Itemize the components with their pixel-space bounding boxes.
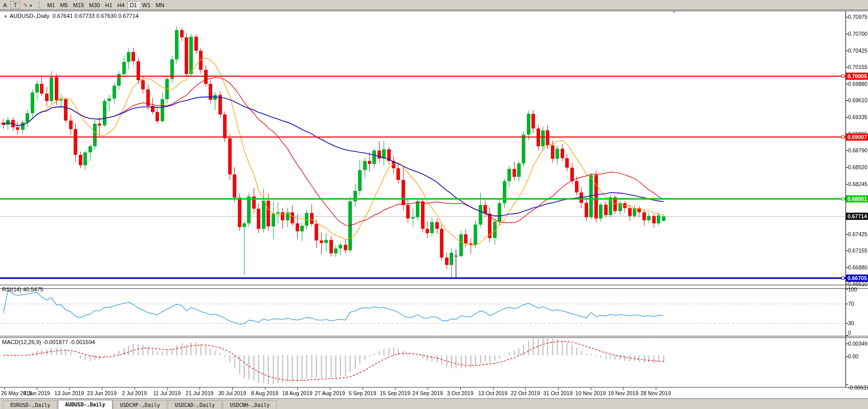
rsi-axis-label: 0 [848, 330, 851, 336]
macd-axis-label: -0.00637 [848, 384, 868, 391]
text-tool-button[interactable]: T [10, 1, 20, 9]
price-axis-label: 0.70700 [848, 31, 867, 37]
date-axis-label: 23 Jun 2019 [87, 390, 117, 396]
symbol-tab-bar: EURUSD-,DailyAUDUSD-,DailyUSDCHF-,DailyU… [0, 398, 868, 409]
macd-axis-label: 0.00349 [848, 340, 867, 347]
timeframe-button-m15[interactable]: M15 [71, 1, 86, 9]
macd-axis-label: 0.00 [848, 353, 858, 359]
support-1-price-tag[interactable]: 0.68001 [846, 195, 868, 202]
symbol-tab-eurusd[interactable]: EURUSD-,Daily [3, 400, 57, 409]
symbol-tab-audusd[interactable]: AUDUSD-,Daily [58, 400, 112, 409]
toolbar-grip[interactable] [38, 2, 40, 8]
rsi-axis-label: 100 [848, 286, 857, 292]
date-axis-label: 22 Oct 2019 [511, 390, 540, 396]
price-axis-label: 0.69335 [848, 114, 867, 120]
crayon-icon: ✎ [23, 2, 28, 8]
price-axis-label: 0.66880 [848, 264, 867, 270]
price-axis-label: 0.69880 [848, 81, 867, 87]
price-axis-label: 0.70155 [848, 64, 867, 70]
date-axis-label: 21 Jul 2019 [186, 390, 213, 396]
rsi-axis-label: 30 [848, 320, 854, 326]
price-axis-label: 0.68790 [848, 147, 867, 153]
price-axis-label: 0.68520 [848, 164, 867, 170]
timeframe-button-w1[interactable]: W1 [140, 1, 153, 9]
date-axis-label: 18 Aug 2019 [282, 390, 313, 396]
current-price-price-tag: 0.67714 [846, 213, 868, 220]
date-axis-label: 15 Sep 2019 [380, 390, 411, 396]
price-axis-label: 0.69610 [848, 97, 867, 103]
symbol-tab-usdchf[interactable]: USDCHF-,Daily [113, 400, 167, 409]
arrow-tool-button[interactable]: A [0, 1, 10, 9]
date-axis-label: 2 Jul 2019 [122, 390, 147, 396]
timeframe-bar: M1M5M15M30H1H4D1W1MN [44, 1, 167, 9]
price-axis-label: 0.67155 [848, 247, 867, 254]
timeframe-button-d1[interactable]: D1 [127, 1, 140, 9]
timeframe-button-m5[interactable]: M5 [57, 1, 70, 9]
resistance-2-price-tag[interactable]: 0.69007 [846, 133, 868, 141]
price-axis-label: 0.68245 [848, 181, 867, 187]
date-axis-label: 10 Nov 2019 [575, 390, 606, 396]
chevron-down-icon: ▼ [29, 4, 33, 8]
support-2-price-tag[interactable]: 0.66705 [846, 275, 868, 282]
date-axis-label: 24 Sep 2019 [412, 390, 443, 396]
date-axis-label: 4 Jun 2019 [24, 390, 50, 396]
date-axis-label: 30 Jul 2019 [218, 390, 246, 396]
timeframe-button-m30[interactable]: M30 [86, 1, 102, 9]
date-axis-label: 5 Sep 2019 [349, 390, 376, 396]
date-axis-label: 13 Jun 2019 [54, 390, 84, 396]
date-axis-label: 28 Nov 2019 [640, 390, 671, 396]
date-axis-label: 27 Aug 2019 [315, 390, 345, 396]
rsi-axis-label: 70 [848, 301, 854, 307]
mt4-window: A T ✎▼ M1M5M15M30H1H4D1W1MN ▼AUDUSD-,Dai… [0, 0, 868, 409]
date-axis-label: 31 Oct 2019 [543, 390, 572, 396]
symbol-tab-usdcnh[interactable]: USDCNH-,Daily [222, 400, 277, 409]
timeframe-button-m1[interactable]: M1 [44, 1, 57, 9]
toolbar: A T ✎▼ M1M5M15M30H1H4D1W1MN [0, 0, 868, 10]
price-chart-canvas[interactable] [0, 0, 868, 409]
symbol-tab-usdcad[interactable]: USDCAD-,Daily [168, 400, 222, 409]
date-axis-label: 19 Nov 2019 [608, 390, 639, 396]
date-axis-label: 3 Oct 2019 [447, 390, 473, 396]
price-axis-label: 0.70975 [848, 14, 867, 20]
date-axis-label: 13 Oct 2019 [478, 390, 507, 396]
date-axis-label: 11 Jul 2019 [153, 390, 181, 396]
timeframe-button-mn[interactable]: MN [153, 1, 167, 9]
price-axis-label: 0.67425 [848, 231, 867, 237]
date-axis-label: 8 Aug 2019 [251, 390, 278, 396]
crayon-tool-button[interactable]: ✎▼ [20, 1, 35, 9]
timeframe-button-h4[interactable]: H4 [115, 1, 127, 9]
resistance-1-price-tag[interactable]: 0.70005 [846, 73, 868, 80]
timeframe-button-h1[interactable]: H1 [103, 1, 115, 9]
price-axis-label: 0.70425 [848, 48, 867, 54]
